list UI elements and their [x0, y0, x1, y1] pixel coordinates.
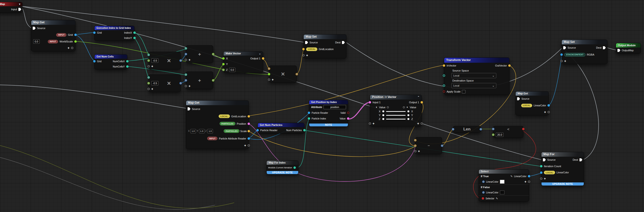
- add-pin-icon[interactable]: +: [372, 122, 374, 125]
- input-pin-a[interactable]: [185, 47, 187, 50]
- scale-output-pin[interactable]: [248, 130, 250, 132]
- swizzle-dot[interactable]: [382, 118, 384, 120]
- swizzle-circle-icon[interactable]: [387, 106, 389, 108]
- iteration-count-input-pin[interactable]: [540, 165, 542, 167]
- add-pin-icon[interactable]: +: [188, 58, 190, 62]
- apply-scale-checkbox[interactable]: [462, 90, 466, 94]
- particle-index-input-pin[interactable]: [308, 117, 310, 120]
- add-pin-icon[interactable]: +: [151, 87, 153, 91]
- add-input-pin[interactable]: [185, 59, 187, 61]
- gridlocation-output-pin[interactable]: [248, 115, 250, 117]
- apply-scale-pin[interactable]: [443, 90, 445, 93]
- scale-x-box[interactable]: 1.0: [190, 129, 196, 133]
- exec-source-pin[interactable]: [33, 27, 36, 30]
- get-num-particles-node[interactable]: Get Num Particles Particle Reader Num Pa…: [258, 123, 304, 133]
- rgba-input-pin[interactable]: [560, 53, 563, 56]
- wire[interactable]: [296, 49, 304, 74]
- select-node[interactable]: Select If True ✎ LinearColor LinearColor…: [479, 169, 529, 202]
- add-parameter-pin[interactable]: [560, 60, 563, 62]
- destination-space-pin[interactable]: [443, 84, 445, 87]
- wire[interactable]: [134, 38, 149, 78]
- multiply-node-c[interactable]: ✕ +: [269, 66, 297, 83]
- upgrade-note-banner[interactable]: UPGRADE NOTE: [267, 171, 298, 174]
- add-pin-icon[interactable]: +: [68, 46, 70, 50]
- output-pin[interactable]: [522, 128, 524, 130]
- particle-reader-input-pin[interactable]: [256, 129, 259, 131]
- exec-dest-pin[interactable]: [580, 158, 582, 161]
- add-parameter-pin[interactable]: [302, 54, 305, 57]
- linearcolor-output-pin[interactable]: [528, 175, 530, 177]
- map-set-2-node[interactable]: Map Set Source Dest STACKCONTEXT RGBA +: [562, 40, 608, 64]
- scale-y-box[interactable]: 1.0: [199, 129, 204, 133]
- output-pin[interactable]: [180, 82, 182, 84]
- wire[interactable]: [607, 48, 616, 50]
- map-set-1-node[interactable]: Map Set Source Dest LOCAL GridLocation +: [304, 34, 346, 58]
- add-pin-icon[interactable]: +: [417, 122, 419, 125]
- add-pin-icon[interactable]: +: [244, 144, 246, 147]
- add-parameter-pin[interactable]: [548, 111, 550, 113]
- get-num-cells-node[interactable]: Get Num Cells Grid NumCellsX NumCellsY: [94, 54, 127, 69]
- less-than-node[interactable]: < 20.0: [493, 126, 523, 138]
- linearcolor-input-pin[interactable]: [540, 171, 542, 174]
- valid-output-pin[interactable]: [347, 111, 349, 114]
- z-input-pin[interactable]: [222, 69, 224, 71]
- add-pin-icon[interactable]: +: [306, 54, 308, 57]
- add-pin-icon[interactable]: +: [188, 84, 190, 88]
- map-for-node[interactable]: Map For Source Dest Iteration Count LOCA…: [541, 152, 584, 186]
- map-for-index-node[interactable]: Map For Index Module.Current Iteration U…: [266, 160, 298, 174]
- add-input-pin[interactable]: [268, 79, 270, 81]
- wire[interactable]: [213, 65, 224, 81]
- linearcolor-output-pin[interactable]: [548, 104, 550, 106]
- swizzle-circle-icon[interactable]: [403, 106, 405, 108]
- output1-pin[interactable]: [420, 101, 423, 104]
- output-pin[interactable]: [296, 73, 298, 75]
- particle-reader-input-pin[interactable]: [308, 111, 310, 114]
- add-pin-icon[interactable]: +: [524, 180, 526, 183]
- wire[interactable]: [75, 35, 95, 61]
- wire[interactable]: [442, 129, 453, 146]
- z-value-box[interactable]: 0.0: [229, 68, 236, 72]
- current-iteration-output-pin[interactable]: [294, 166, 296, 169]
- wire[interactable]: [563, 49, 598, 160]
- input-pin-a[interactable]: [185, 73, 187, 76]
- source-space-pin[interactable]: [443, 74, 445, 77]
- add-output-pin[interactable]: [528, 181, 530, 183]
- outvector-output-pin[interactable]: [508, 64, 511, 67]
- wire[interactable]: [0, 157, 215, 210]
- grid-input-pin[interactable]: [93, 31, 96, 34]
- add-input-pin[interactable]: [185, 85, 187, 87]
- expander-triangle-icon[interactable]: ▼: [376, 106, 378, 108]
- add-pin-icon[interactable]: +: [272, 78, 274, 81]
- scale-z-box[interactable]: 1.0: [208, 129, 213, 133]
- wire[interactable]: [0, 145, 234, 208]
- multiply-node-b[interactable]: -0.5 ✕ +: [149, 74, 181, 92]
- add-input-pin[interactable]: [414, 150, 416, 152]
- pencil-icon[interactable]: ✎: [496, 197, 498, 200]
- compare-value-box[interactable]: 20.0: [496, 133, 504, 137]
- add-node-b[interactable]: + +: [186, 72, 213, 89]
- particle-attribute-reader-output-pin[interactable]: [248, 137, 250, 140]
- swizzle-dot[interactable]: [408, 118, 409, 120]
- invector-input-pin[interactable]: [443, 64, 445, 67]
- transform-vector-node[interactable]: Transform Vector InVector OutVector Sour…: [444, 57, 510, 95]
- add-node-a[interactable]: + +: [186, 45, 213, 63]
- make-vector-node[interactable]: Make Vector ⌄ X Output 1 Y Z 0.0: [224, 51, 263, 73]
- if-true-color-swatch[interactable]: [500, 180, 504, 184]
- add-parameter-pin[interactable]: [71, 47, 73, 49]
- input-pin[interactable]: [452, 128, 454, 130]
- dropdown-arrow-icon[interactable]: ▾: [19, 2, 20, 6]
- input-pin-b[interactable]: [185, 79, 187, 82]
- swizzle-dot[interactable]: [382, 110, 384, 112]
- worldscale-value-box[interactable]: 0.0: [33, 39, 40, 44]
- wire[interactable]: [21, 6, 31, 28]
- input-pin-b[interactable]: [185, 53, 187, 55]
- wire[interactable]: [75, 32, 95, 35]
- add-pin-icon[interactable]: +: [151, 65, 153, 68]
- if-false-color-swatch[interactable]: [500, 191, 504, 194]
- chevron-down-icon[interactable]: ⌄: [259, 52, 261, 56]
- map-get-1-node[interactable]: Map Get Source INPUT Grid 0.0 INPUT Worl…: [31, 20, 76, 51]
- position-to-vector-node[interactable]: Position -> Vector ⌃ Input 1 Output 1 ▼ …: [370, 95, 422, 126]
- input-pin-b[interactable]: [492, 133, 494, 136]
- gridlocation-input-pin[interactable]: [302, 48, 305, 50]
- destination-space-dropdown[interactable]: Local ⌄: [452, 83, 496, 88]
